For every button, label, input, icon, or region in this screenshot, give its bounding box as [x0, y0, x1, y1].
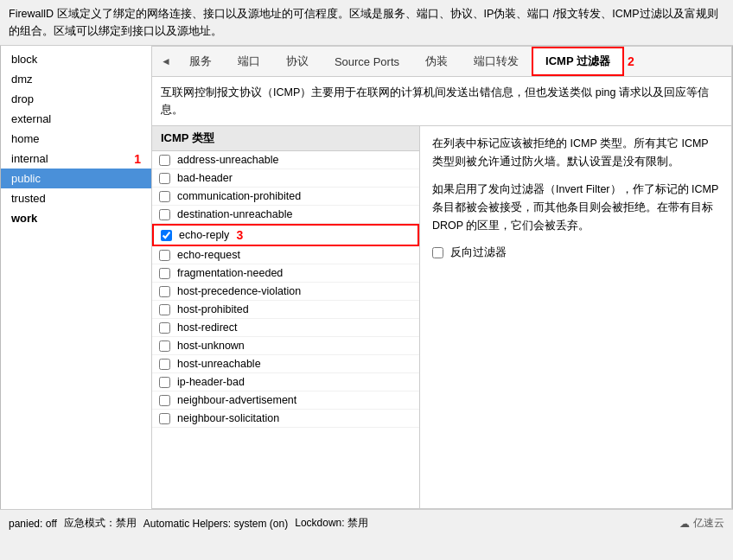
icmp-type-panel: ICMP 类型 address-unreachablebad-headercom… [152, 126, 420, 508]
icmp-checkbox-host-unknown[interactable] [159, 340, 170, 352]
icmp-checkbox-echo-request[interactable] [159, 250, 170, 261]
tab-bar: ◄ 服务端口协议Source Ports伪装端口转发ICMP 过滤器 2 [152, 47, 731, 77]
sidebar-item-external[interactable]: external [1, 109, 151, 129]
icmp-checkbox-address-unreachable[interactable] [159, 155, 170, 166]
icmp-checkbox-fragmentation-needed[interactable] [159, 268, 170, 279]
icmp-label-fragmentation-needed: fragmentation-needed [177, 267, 283, 279]
tab-ports[interactable]: 端口 [225, 48, 273, 75]
tab-port-forward[interactable]: 端口转发 [461, 48, 532, 75]
icmp-label-host-unknown: host-unknown [177, 340, 245, 352]
icmp-label-destination-unreachable: destination-unreachable [177, 208, 292, 220]
icmp-checkbox-host-unreachable[interactable] [159, 359, 170, 370]
icmp-label-neighbour-advertisement: neighbour-advertisement [177, 394, 296, 406]
icmp-label-host-prohibited: host-prohibited [177, 303, 249, 315]
icmp-label-neighbour-solicitation: neighbour-solicitation [177, 412, 279, 424]
icmp-row-echo-request: echo-request [152, 246, 419, 264]
icmp-annotation: 3 [236, 228, 243, 242]
sidebar-item-home[interactable]: home [1, 129, 151, 149]
invert-filter-label: 反向过滤器 [450, 244, 507, 262]
icmp-table-header: ICMP 类型 [152, 126, 419, 151]
icmp-label-ip-header-bad: ip-header-bad [177, 376, 245, 388]
invert-filter-checkbox[interactable] [432, 247, 443, 258]
panic-status: panied: off [9, 518, 57, 530]
sidebar-item-work[interactable]: work [1, 208, 151, 228]
icmp-row-host-precedence-violation: host-precedence-violation [152, 283, 419, 301]
tab-source-ports[interactable]: Source Ports [322, 49, 412, 74]
tab-annotation: 2 [624, 54, 638, 68]
sidebar-item-block[interactable]: block [1, 49, 151, 69]
sidebar-item-dmz[interactable]: dmz [1, 69, 151, 89]
icmp-checkbox-destination-unreachable[interactable] [159, 209, 170, 220]
icmp-checkbox-bad-header[interactable] [159, 173, 170, 184]
icmp-checkbox-communication-prohibited[interactable] [159, 191, 170, 202]
icmp-label-echo-request: echo-request [177, 249, 240, 261]
content-area: ◄ 服务端口协议Source Ports伪装端口转发ICMP 过滤器 2 互联网… [152, 46, 732, 509]
status-bar: panied: off 应急模式：禁用 Automatic Helpers: s… [0, 509, 733, 537]
tab-icmp-filter[interactable]: ICMP 过滤器 [532, 47, 624, 76]
icmp-row-neighbour-solicitation: neighbour-solicitation [152, 410, 419, 428]
icmp-label-host-precedence-violation: host-precedence-violation [177, 285, 301, 297]
icmp-info-panel: 在列表中标记应该被拒绝的 ICMP 类型。所有其它 ICMP 类型则被允许通过防… [420, 126, 731, 508]
brand-logo: ☁ 亿速云 [679, 516, 724, 531]
icmp-row-echo-reply: echo-reply3 [152, 224, 419, 246]
icmp-row-host-unreachable: host-unreachable [152, 355, 419, 373]
brand-name: 亿速云 [693, 516, 724, 531]
icmp-row-destination-unreachable: destination-unreachable [152, 206, 419, 224]
icmp-row-ip-header-bad: ip-header-bad [152, 373, 419, 391]
icmp-row-host-prohibited: host-prohibited [152, 301, 419, 319]
icmp-label-bad-header: bad-header [177, 172, 233, 184]
content-body: ICMP 类型 address-unreachablebad-headercom… [152, 126, 731, 508]
icmp-row-neighbour-advertisement: neighbour-advertisement [152, 391, 419, 410]
icmp-label-communication-prohibited: communication-prohibited [177, 190, 301, 202]
icmp-row-host-redirect: host-redirect [152, 319, 419, 337]
icmp-label-address-unreachable: address-unreachable [177, 154, 278, 166]
icmp-label-host-unreachable: host-unreachable [177, 358, 261, 370]
icmp-checkbox-host-redirect[interactable] [159, 322, 170, 334]
icmp-checkbox-echo-reply[interactable] [161, 230, 172, 241]
emergency-mode: 应急模式：禁用 [64, 516, 137, 531]
icmp-row-communication-prohibited: communication-prohibited [152, 188, 419, 206]
tab-masquerade[interactable]: 伪装 [412, 48, 461, 75]
sidebar-annotation: 1 [134, 152, 141, 166]
tab-services[interactable]: 服务 [176, 48, 225, 75]
sidebar-item-trusted[interactable]: trusted [1, 188, 151, 208]
sidebar-item-internal[interactable]: internal1 [1, 149, 151, 169]
sidebar-item-drop[interactable]: drop [1, 89, 151, 109]
lockdown-status: Lockdown: 禁用 [295, 516, 368, 531]
zone-sidebar: blockdmzdropexternalhomeinternal1publict… [1, 46, 152, 509]
invert-filter-row: 反向过滤器 [432, 244, 719, 262]
icmp-checkbox-host-prohibited[interactable] [159, 304, 170, 315]
top-description: FirewallD 区域定义了绑定的网络连接、接口以及源地址的可信程度。区域是服… [0, 0, 733, 46]
auto-helpers: Automatic Helpers: system (on) [143, 518, 288, 530]
icmp-row-host-unknown: host-unknown [152, 337, 419, 355]
icmp-label-echo-reply: echo-reply [179, 229, 229, 241]
icmp-checkbox-neighbour-advertisement[interactable] [159, 395, 170, 406]
icmp-row-bad-header: bad-header [152, 169, 419, 188]
icmp-label-host-redirect: host-redirect [177, 321, 237, 334]
tab-protocol[interactable]: 协议 [273, 48, 322, 75]
icmp-checkbox-host-precedence-violation[interactable] [159, 286, 170, 297]
icmp-checkbox-ip-header-bad[interactable] [159, 377, 170, 388]
brand-icon: ☁ [679, 518, 690, 530]
icmp-description: 互联网控制报文协议（ICMP）主要用于在联网的计算机间发送出错信息，但也发送类似… [152, 77, 731, 126]
icmp-row-fragmentation-needed: fragmentation-needed [152, 264, 419, 283]
icmp-checkbox-neighbour-solicitation[interactable] [159, 413, 170, 424]
icmp-row-address-unreachable: address-unreachable [152, 151, 419, 169]
sidebar-item-public[interactable]: public [1, 169, 151, 188]
tab-scroll-left[interactable]: ◄ [156, 52, 176, 71]
icmp-list: address-unreachablebad-headercommunicati… [152, 151, 419, 508]
